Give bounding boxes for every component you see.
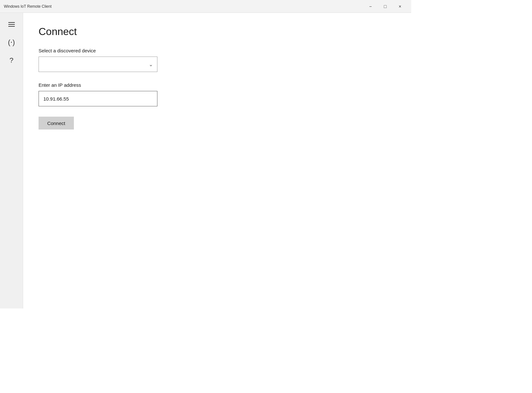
minimize-button[interactable]: −	[363, 1, 378, 12]
ip-address-input[interactable]	[39, 91, 157, 106]
discovered-device-dropdown-wrapper: ⌄	[39, 57, 157, 72]
discovered-device-label: Select a discovered device	[39, 48, 396, 53]
page-title: Connect	[39, 26, 396, 38]
help-icon: ?	[9, 56, 13, 65]
wifi-icon: (⋅)	[8, 38, 15, 47]
hamburger-icon	[8, 22, 15, 27]
close-button[interactable]: ×	[393, 1, 407, 12]
sidebar-menu-button[interactable]	[0, 15, 23, 33]
sidebar: (⋅) ?	[0, 13, 23, 308]
title-bar: Windows IoT Remote Client − □ ×	[0, 0, 411, 13]
sidebar-item-help[interactable]: ?	[0, 51, 23, 69]
ip-address-label: Enter an IP address	[39, 82, 396, 88]
app-body: (⋅) ? Connect Select a discovered device…	[0, 13, 411, 308]
main-content: Connect Select a discovered device ⌄ Ent…	[23, 13, 411, 308]
maximize-button[interactable]: □	[378, 1, 393, 12]
window-controls: − □ ×	[363, 1, 407, 12]
connect-button[interactable]: Connect	[39, 117, 74, 130]
discovered-device-select[interactable]	[39, 57, 157, 72]
app-title: Windows IoT Remote Client	[4, 4, 52, 9]
sidebar-item-remote[interactable]: (⋅)	[0, 33, 23, 51]
